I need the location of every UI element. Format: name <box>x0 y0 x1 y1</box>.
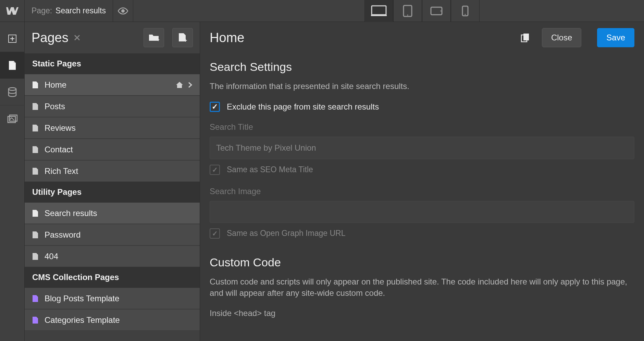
svg-point-6 <box>441 10 442 11</box>
panel-header: Home Close Save <box>200 22 644 53</box>
search-image-input[interactable] <box>210 201 634 223</box>
exclude-checkbox-label: Exclude this page from site search resul… <box>227 102 379 112</box>
chevron-right-icon <box>188 82 192 88</box>
close-button-label: Close <box>551 33 572 42</box>
plus-icon <box>8 34 17 43</box>
preview-button[interactable] <box>113 0 133 22</box>
page-item-home[interactable]: Home <box>25 74 200 96</box>
main-area: Pages + + Static Pages <box>0 22 644 341</box>
search-settings-desc: The information that is presented in sit… <box>210 80 634 92</box>
page-item-password[interactable]: Password <box>25 224 200 245</box>
page-item-richtext[interactable]: Rich Text <box>25 160 200 182</box>
svg-rect-2 <box>371 15 387 16</box>
page-item-label: Search results <box>45 209 97 218</box>
home-icon <box>176 81 183 88</box>
page-indicator[interactable]: Page: Search results <box>25 6 113 15</box>
new-folder-button[interactable]: + <box>144 28 164 47</box>
device-buttons <box>364 0 480 22</box>
tablet-landscape-icon <box>430 7 443 15</box>
rail-assets[interactable] <box>0 105 25 132</box>
close-pages-panel[interactable] <box>74 35 80 41</box>
search-title-input[interactable] <box>210 137 634 159</box>
desktop-icon <box>371 5 387 17</box>
app-logo[interactable] <box>0 0 25 22</box>
pages-sidebar: Pages + + Static Pages <box>25 22 200 341</box>
page-item-blogposts-template[interactable]: Blog Posts Template <box>25 288 200 309</box>
page-item-label: Contact <box>45 145 73 154</box>
exclude-checkbox-row[interactable]: Exclude this page from site search resul… <box>210 102 634 112</box>
same-seo-row[interactable]: Same as SEO Meta Title <box>210 165 634 175</box>
page-name-value: Search results <box>55 6 106 15</box>
left-rail <box>0 22 25 341</box>
panel-title: Home <box>210 30 244 45</box>
close-button[interactable]: Close <box>542 28 581 47</box>
save-button[interactable]: Save <box>597 28 634 47</box>
webflow-logo-icon <box>6 7 18 15</box>
page-item-label: Reviews <box>45 123 76 133</box>
page-item-label: Rich Text <box>45 166 78 176</box>
pages-title: Pages <box>32 30 69 45</box>
svg-rect-1 <box>372 6 386 15</box>
page-item-label: Blog Posts Template <box>45 294 119 303</box>
page-plus-icon: + <box>178 33 187 43</box>
same-og-label: Same as Open Graph Image URL <box>227 229 345 238</box>
svg-rect-20 <box>523 34 529 40</box>
close-icon <box>74 35 80 41</box>
database-icon <box>8 87 17 97</box>
copy-icon[interactable] <box>521 33 530 42</box>
page-prefix-label: Page: <box>32 6 52 15</box>
svg-point-8 <box>465 14 466 15</box>
head-tag-label: Inside <head> tag <box>210 308 634 318</box>
desktop-device-button[interactable] <box>364 0 393 22</box>
page-item-posts[interactable]: Posts <box>25 96 200 117</box>
tablet-device-button[interactable] <box>393 0 422 22</box>
same-seo-label: Same as SEO Meta Title <box>227 165 313 174</box>
page-settings-panel: Home Close Save Search Settings The info… <box>200 22 644 341</box>
utility-pages-section-title: Utility Pages <box>25 182 200 202</box>
page-item-reviews[interactable]: Reviews <box>25 117 200 139</box>
page-item-label: Password <box>45 230 80 240</box>
images-icon <box>7 114 17 123</box>
disabled-search-fields: Search Title Same as SEO Meta Title Sear… <box>210 122 634 239</box>
page-item-404[interactable]: 404 <box>25 245 200 267</box>
page-icon <box>32 231 38 239</box>
mobile-device-button[interactable] <box>451 0 480 22</box>
svg-point-0 <box>121 9 125 13</box>
eye-icon <box>118 6 128 16</box>
page-item-label: 404 <box>45 252 58 261</box>
save-button-label: Save <box>606 33 625 42</box>
tablet-landscape-device-button[interactable] <box>422 0 451 22</box>
svg-point-12 <box>9 88 16 90</box>
svg-text:+: + <box>184 38 187 43</box>
static-pages-section-title: Static Pages <box>25 53 200 74</box>
tablet-icon <box>403 5 412 17</box>
page-icon <box>32 167 38 175</box>
page-icon <box>32 253 38 260</box>
svg-rect-5 <box>431 7 442 15</box>
pages-header: Pages + + <box>25 22 200 53</box>
rail-add[interactable] <box>0 25 25 52</box>
custom-code-desc: Custom code and scripts will only appear… <box>210 276 634 299</box>
search-settings-heading: Search Settings <box>210 60 634 74</box>
search-title-label: Search Title <box>210 122 634 132</box>
same-og-row[interactable]: Same as Open Graph Image URL <box>210 228 634 239</box>
page-item-contact[interactable]: Contact <box>25 139 200 160</box>
custom-code-heading: Custom Code <box>210 256 634 269</box>
same-seo-checkbox[interactable] <box>210 165 220 175</box>
cms-pages-section-title: CMS Collection Pages <box>25 267 200 288</box>
new-page-button[interactable]: + <box>172 28 193 47</box>
page-item-label: Categories Template <box>45 315 120 325</box>
page-icon <box>32 81 38 89</box>
page-icon <box>32 103 38 110</box>
svg-point-4 <box>407 14 408 15</box>
exclude-checkbox[interactable] <box>210 102 220 112</box>
rail-pages[interactable] <box>0 52 25 79</box>
page-item-categories-template[interactable]: Categories Template <box>25 309 200 331</box>
page-item-label: Posts <box>45 102 65 111</box>
page-icon <box>32 146 38 153</box>
page-item-searchresults[interactable]: Search results <box>25 202 200 224</box>
mobile-icon <box>462 5 469 16</box>
template-page-icon <box>32 316 38 324</box>
same-og-checkbox[interactable] <box>210 228 220 239</box>
rail-cms[interactable] <box>0 79 25 105</box>
